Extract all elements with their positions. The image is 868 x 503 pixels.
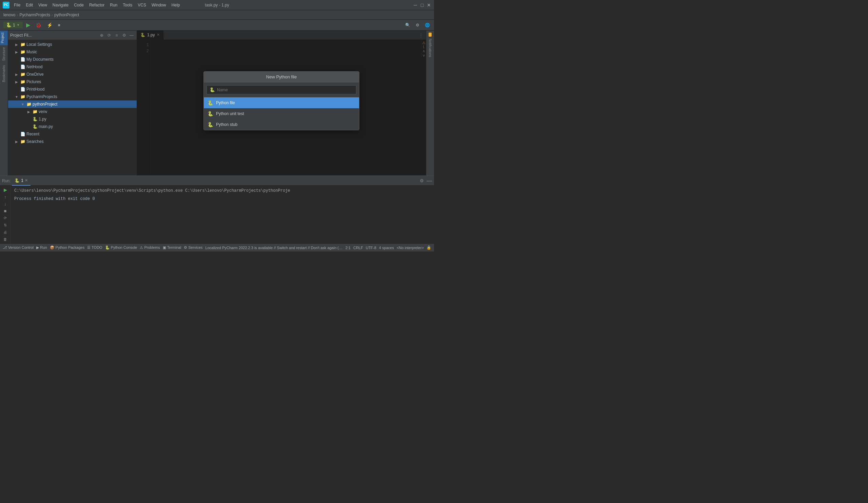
menu-code[interactable]: Code: [72, 2, 86, 8]
lock-icon[interactable]: 🔒: [426, 245, 431, 250]
maximize-button[interactable]: □: [420, 3, 424, 8]
run-tab-close[interactable]: ✕: [25, 178, 28, 183]
version-control-button[interactable]: ⎇ Version Control: [3, 245, 33, 250]
indent-setting[interactable]: 4 spaces: [379, 246, 394, 250]
run-status-button[interactable]: ▶ Run: [36, 245, 47, 250]
status-bar-left: ⎇ Version Control ▶ Run 📦 Python Package…: [3, 245, 203, 250]
modal-input-container[interactable]: 🐍: [206, 85, 356, 94]
menu-navigate[interactable]: Navigate: [50, 2, 71, 8]
tree-item-onedrive[interactable]: ▶ 📁 OneDrive: [8, 71, 137, 78]
coverage-button[interactable]: ⚡: [45, 22, 54, 29]
menu-edit[interactable]: Edit: [23, 2, 35, 8]
tree-arrow-venv: ▶: [27, 110, 31, 114]
encoding[interactable]: UTF-8: [366, 246, 376, 250]
tree-item-recent[interactable]: 📄 Recent: [8, 130, 137, 138]
minimize-button[interactable]: ─: [413, 3, 418, 8]
terminal-button[interactable]: ▣ Terminal: [163, 245, 181, 250]
menu-refactor[interactable]: Refactor: [87, 2, 107, 8]
tree-item-nethood[interactable]: 📄 NetHood: [8, 63, 137, 71]
modal-list: 🐍 Python file 🐍 Python unit test 🐍 Pytho…: [204, 98, 359, 130]
folder-icon-music: 📁: [20, 49, 25, 55]
tree-item-1py[interactable]: 🐍 1.py: [8, 115, 137, 123]
panel-collapse-button[interactable]: ≡: [114, 32, 120, 38]
run-up-button[interactable]: ↑: [2, 194, 9, 200]
panel-add-button[interactable]: ⊕: [99, 32, 105, 38]
run-down-button[interactable]: ↓: [2, 201, 9, 207]
run-tab-1[interactable]: 🐍 1 ✕: [12, 176, 31, 186]
menu-run[interactable]: Run: [107, 2, 120, 8]
run-rerun-button[interactable]: ⟳: [2, 215, 9, 221]
cursor-position[interactable]: 2:1: [345, 246, 351, 250]
modal-title: New Python file: [204, 72, 359, 82]
services-button[interactable]: ⚙ Services: [184, 245, 203, 250]
menu-tools[interactable]: Tools: [120, 2, 135, 8]
title-bar-right: ─ □ ✕: [413, 3, 431, 8]
modal-backdrop: New Python file 🐍 🐍 Python file �: [137, 31, 426, 175]
breadcrumb-item-pycharm[interactable]: PycharmProjects: [19, 12, 50, 17]
menu-file[interactable]: File: [11, 2, 23, 8]
modal-item-python-file[interactable]: 🐍 Python file: [204, 98, 359, 108]
run-settings-button[interactable]: ⚙: [420, 178, 424, 183]
run-stop-button[interactable]: ■: [2, 208, 9, 214]
panel-minimize-button[interactable]: —: [128, 32, 135, 38]
breadcrumb-item-project[interactable]: pythonProject: [54, 12, 79, 17]
tree-item-pictures[interactable]: ▶ 📁 Pictures: [8, 78, 137, 85]
tree-item-venv[interactable]: ▶ 📁 venv: [8, 108, 137, 115]
run-button[interactable]: ▶: [24, 21, 32, 29]
tree-item-printhood[interactable]: 📄 PrintHood: [8, 85, 137, 93]
python-console-button[interactable]: 🐍 Python Console: [105, 245, 137, 250]
menu-help[interactable]: Help: [169, 2, 183, 8]
problems-icon: ⚠: [140, 245, 143, 250]
tree-arrow-music: ▶: [14, 50, 19, 54]
tree-item-music[interactable]: ▶ 📁 Music: [8, 48, 137, 56]
notifications-label[interactable]: Notifications: [427, 37, 433, 58]
close-button[interactable]: ✕: [426, 3, 431, 8]
run-minimize-button[interactable]: —: [426, 178, 432, 184]
tree-item-searches[interactable]: ▶ 📁 Searches: [8, 138, 137, 145]
debug-button[interactable]: 🐞: [33, 22, 43, 29]
run-status-label: Run: [40, 245, 47, 250]
menu-vcs[interactable]: VCS: [135, 2, 148, 8]
project-panel-toggle[interactable]: Project: [0, 31, 8, 45]
run-print-button[interactable]: 🖨: [2, 230, 9, 235]
modal-item-python-unit-test[interactable]: 🐍 Python unit test: [204, 108, 359, 119]
title-bar: PC File Edit View Navigate Code Refactor…: [0, 0, 434, 10]
python-packages-button[interactable]: 📦 Python Packages: [50, 245, 85, 250]
menu-view[interactable]: View: [36, 2, 50, 8]
line-ending[interactable]: CRLF: [353, 246, 363, 250]
tree-item-local-settings[interactable]: ▶ 📁 Local Settings: [8, 41, 137, 48]
terminal-label: Terminal: [167, 245, 182, 250]
stop-button[interactable]: ■: [56, 22, 62, 28]
tree-item-python-project[interactable]: ▼ 📁 pythonProject: [8, 100, 137, 108]
run-clear-button[interactable]: 🗑: [2, 236, 9, 242]
logo-button[interactable]: 🌐: [423, 22, 432, 28]
todo-button[interactable]: ☰ TODO: [87, 245, 102, 250]
tree-label-music: Music: [27, 50, 37, 54]
tree-item-mydocs[interactable]: 📄 My Documents: [8, 56, 137, 63]
name-input[interactable]: [217, 88, 353, 92]
menu-window[interactable]: Window: [149, 2, 168, 8]
run-play-button[interactable]: ▶: [2, 187, 9, 193]
problems-button[interactable]: ⚠ Problems: [140, 245, 160, 250]
breadcrumb-item-lenovo[interactable]: lenovo: [3, 12, 15, 17]
interpreter-setting[interactable]: <No interpreter>: [397, 246, 424, 250]
run-config-dropdown[interactable]: 🐍 1 ▼: [3, 22, 23, 28]
breadcrumb-sep-1: ›: [17, 12, 18, 17]
run-sort-button[interactable]: ⇅: [2, 222, 9, 228]
bookmarks-panel-toggle[interactable]: Bookmarks: [1, 63, 7, 84]
notification-badge[interactable]: !: [428, 33, 432, 37]
search-everywhere-button[interactable]: 🔍: [403, 22, 412, 28]
tree-arrow-python-project: ▼: [20, 102, 25, 106]
panel-settings-button[interactable]: ⚙: [121, 32, 127, 38]
console-icon: 🐍: [105, 245, 110, 250]
tree-label-nethood: NetHood: [27, 64, 42, 69]
structure-panel-toggle[interactable]: Structure: [1, 45, 7, 63]
tree-item-pycharm-projects[interactable]: ▼ 📁 PycharmProjects: [8, 93, 137, 100]
modal-item-python-stub[interactable]: 🐍 Python stub: [204, 119, 359, 130]
panel-sync-button[interactable]: ⟳: [106, 32, 112, 38]
settings-button[interactable]: ⚙: [414, 22, 422, 28]
tree-item-mainpy[interactable]: 🐍 main.py: [8, 123, 137, 130]
menu-bar: File Edit View Navigate Code Refactor Ru…: [11, 2, 182, 8]
python-packages-label: Python Packages: [55, 245, 85, 250]
services-label: Services: [188, 245, 203, 250]
